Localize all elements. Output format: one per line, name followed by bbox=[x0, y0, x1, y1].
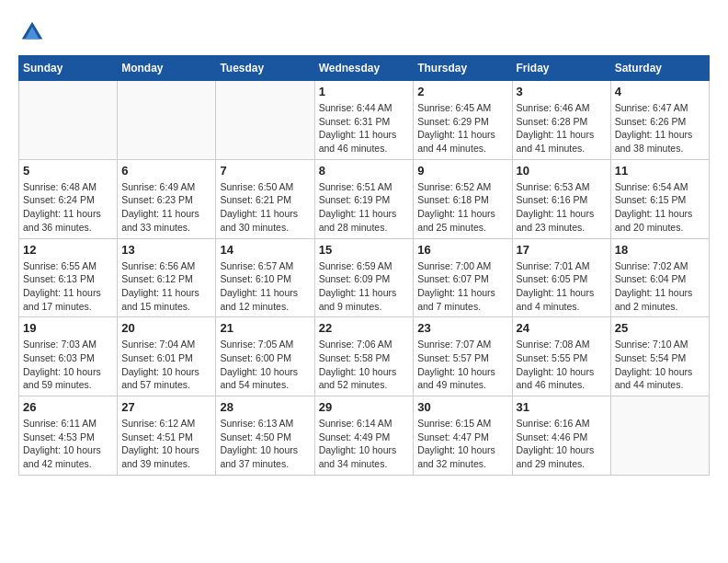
day-number: 13 bbox=[121, 243, 211, 257]
calendar-day-cell bbox=[118, 81, 216, 160]
day-number: 3 bbox=[517, 85, 607, 98]
calendar-day-cell: 1Sunrise: 6:44 AM Sunset: 6:31 PM Daylig… bbox=[314, 81, 414, 160]
day-number: 19 bbox=[23, 321, 113, 335]
calendar-day-cell: 15Sunrise: 6:59 AM Sunset: 6:09 PM Dayli… bbox=[314, 238, 414, 317]
day-info: Sunrise: 6:56 AM Sunset: 6:12 PM Dayligh… bbox=[121, 259, 211, 314]
day-number: 21 bbox=[220, 321, 310, 335]
day-info: Sunrise: 6:12 AM Sunset: 4:51 PM Dayligh… bbox=[121, 417, 211, 471]
day-of-week-header: Friday bbox=[512, 56, 610, 81]
day-number: 25 bbox=[615, 321, 705, 335]
calendar-day-cell: 26Sunrise: 6:11 AM Sunset: 4:53 PM Dayli… bbox=[19, 396, 118, 476]
day-number: 9 bbox=[417, 164, 507, 178]
day-info: Sunrise: 6:52 AM Sunset: 6:18 PM Dayligh… bbox=[417, 180, 507, 235]
day-info: Sunrise: 6:55 AM Sunset: 6:13 PM Dayligh… bbox=[23, 259, 113, 314]
day-number: 23 bbox=[417, 321, 507, 335]
calendar-header-row: SundayMondayTuesdayWednesdayThursdayFrid… bbox=[19, 56, 710, 81]
calendar-day-cell: 11Sunrise: 6:54 AM Sunset: 6:15 PM Dayli… bbox=[610, 159, 709, 238]
day-info: Sunrise: 6:49 AM Sunset: 6:23 PM Dayligh… bbox=[121, 180, 211, 235]
day-number: 15 bbox=[319, 243, 410, 257]
day-info: Sunrise: 7:04 AM Sunset: 6:01 PM Dayligh… bbox=[121, 338, 211, 392]
day-number: 4 bbox=[615, 85, 705, 98]
calendar-day-cell: 19Sunrise: 7:03 AM Sunset: 6:03 PM Dayli… bbox=[19, 317, 118, 396]
calendar-day-cell: 4Sunrise: 6:47 AM Sunset: 6:26 PM Daylig… bbox=[610, 81, 709, 160]
day-info: Sunrise: 6:15 AM Sunset: 4:47 PM Dayligh… bbox=[417, 417, 507, 471]
day-info: Sunrise: 6:44 AM Sunset: 6:31 PM Dayligh… bbox=[319, 101, 410, 155]
day-number: 26 bbox=[23, 400, 113, 414]
day-of-week-header: Saturday bbox=[610, 56, 709, 81]
day-info: Sunrise: 6:13 AM Sunset: 4:50 PM Dayligh… bbox=[220, 417, 310, 471]
day-info: Sunrise: 6:45 AM Sunset: 6:29 PM Dayligh… bbox=[417, 101, 507, 155]
day-info: Sunrise: 6:57 AM Sunset: 6:10 PM Dayligh… bbox=[220, 259, 310, 314]
calendar-day-cell: 22Sunrise: 7:06 AM Sunset: 5:58 PM Dayli… bbox=[314, 317, 414, 396]
calendar-day-cell: 18Sunrise: 7:02 AM Sunset: 6:04 PM Dayli… bbox=[610, 238, 709, 317]
day-number: 27 bbox=[121, 400, 211, 414]
day-number: 18 bbox=[615, 243, 705, 257]
day-number: 2 bbox=[417, 85, 507, 98]
day-number: 7 bbox=[220, 164, 310, 178]
day-of-week-header: Monday bbox=[118, 56, 216, 81]
calendar-day-cell: 14Sunrise: 6:57 AM Sunset: 6:10 PM Dayli… bbox=[216, 238, 314, 317]
calendar-day-cell: 10Sunrise: 6:53 AM Sunset: 6:16 PM Dayli… bbox=[512, 159, 610, 238]
day-number: 31 bbox=[517, 400, 607, 414]
calendar-day-cell: 17Sunrise: 7:01 AM Sunset: 6:05 PM Dayli… bbox=[512, 238, 610, 317]
calendar-day-cell: 20Sunrise: 7:04 AM Sunset: 6:01 PM Dayli… bbox=[118, 317, 216, 396]
day-info: Sunrise: 7:03 AM Sunset: 6:03 PM Dayligh… bbox=[23, 338, 113, 392]
calendar-day-cell: 31Sunrise: 6:16 AM Sunset: 4:46 PM Dayli… bbox=[512, 396, 610, 476]
calendar-day-cell: 23Sunrise: 7:07 AM Sunset: 5:57 PM Dayli… bbox=[414, 317, 512, 396]
day-info: Sunrise: 7:05 AM Sunset: 6:00 PM Dayligh… bbox=[220, 338, 310, 392]
calendar-table: SundayMondayTuesdayWednesdayThursdayFrid… bbox=[18, 55, 710, 476]
day-info: Sunrise: 6:51 AM Sunset: 6:19 PM Dayligh… bbox=[319, 180, 410, 235]
calendar-day-cell: 7Sunrise: 6:50 AM Sunset: 6:21 PM Daylig… bbox=[216, 159, 314, 238]
day-of-week-header: Thursday bbox=[414, 56, 512, 81]
calendar-day-cell: 29Sunrise: 6:14 AM Sunset: 4:49 PM Dayli… bbox=[314, 396, 414, 476]
day-number: 24 bbox=[517, 321, 607, 335]
calendar-day-cell: 30Sunrise: 6:15 AM Sunset: 4:47 PM Dayli… bbox=[414, 396, 512, 476]
day-number: 14 bbox=[220, 243, 310, 257]
day-number: 30 bbox=[417, 400, 507, 414]
day-info: Sunrise: 6:59 AM Sunset: 6:09 PM Dayligh… bbox=[319, 259, 410, 314]
day-info: Sunrise: 7:06 AM Sunset: 5:58 PM Dayligh… bbox=[319, 338, 410, 392]
day-number: 11 bbox=[615, 164, 705, 178]
day-number: 17 bbox=[517, 243, 607, 257]
calendar-day-cell: 9Sunrise: 6:52 AM Sunset: 6:18 PM Daylig… bbox=[414, 159, 512, 238]
day-info: Sunrise: 6:14 AM Sunset: 4:49 PM Dayligh… bbox=[319, 417, 410, 471]
day-of-week-header: Wednesday bbox=[314, 56, 414, 81]
day-number: 10 bbox=[517, 164, 607, 178]
calendar-day-cell: 28Sunrise: 6:13 AM Sunset: 4:50 PM Dayli… bbox=[216, 396, 314, 476]
day-info: Sunrise: 6:16 AM Sunset: 4:46 PM Dayligh… bbox=[517, 417, 607, 471]
day-info: Sunrise: 7:08 AM Sunset: 5:55 PM Dayligh… bbox=[517, 338, 607, 392]
calendar-day-cell: 2Sunrise: 6:45 AM Sunset: 6:29 PM Daylig… bbox=[414, 81, 512, 160]
calendar-week-row: 12Sunrise: 6:55 AM Sunset: 6:13 PM Dayli… bbox=[19, 238, 710, 317]
calendar-day-cell: 5Sunrise: 6:48 AM Sunset: 6:24 PM Daylig… bbox=[19, 159, 118, 238]
day-number: 5 bbox=[23, 164, 113, 178]
calendar-day-cell: 27Sunrise: 6:12 AM Sunset: 4:51 PM Dayli… bbox=[118, 396, 216, 476]
day-info: Sunrise: 7:00 AM Sunset: 6:07 PM Dayligh… bbox=[417, 259, 507, 314]
calendar-day-cell: 13Sunrise: 6:56 AM Sunset: 6:12 PM Dayli… bbox=[118, 238, 216, 317]
day-info: Sunrise: 6:11 AM Sunset: 4:53 PM Dayligh… bbox=[23, 417, 113, 471]
day-info: Sunrise: 7:07 AM Sunset: 5:57 PM Dayligh… bbox=[417, 338, 507, 392]
day-number: 20 bbox=[121, 321, 211, 335]
day-info: Sunrise: 7:01 AM Sunset: 6:05 PM Dayligh… bbox=[517, 259, 607, 314]
calendar-day-cell bbox=[19, 81, 118, 160]
calendar-day-cell bbox=[610, 396, 709, 476]
calendar-week-row: 5Sunrise: 6:48 AM Sunset: 6:24 PM Daylig… bbox=[19, 159, 710, 238]
day-number: 22 bbox=[319, 321, 410, 335]
day-of-week-header: Sunday bbox=[19, 56, 118, 81]
day-number: 12 bbox=[23, 243, 113, 257]
day-number: 8 bbox=[319, 164, 410, 178]
day-info: Sunrise: 6:54 AM Sunset: 6:15 PM Dayligh… bbox=[615, 180, 705, 235]
day-number: 29 bbox=[319, 400, 410, 414]
calendar-day-cell: 6Sunrise: 6:49 AM Sunset: 6:23 PM Daylig… bbox=[118, 159, 216, 238]
calendar-day-cell: 3Sunrise: 6:46 AM Sunset: 6:28 PM Daylig… bbox=[512, 81, 610, 160]
day-info: Sunrise: 7:02 AM Sunset: 6:04 PM Dayligh… bbox=[615, 259, 705, 314]
logo bbox=[18, 18, 50, 46]
calendar-day-cell: 16Sunrise: 7:00 AM Sunset: 6:07 PM Dayli… bbox=[414, 238, 512, 317]
calendar-day-cell bbox=[216, 81, 314, 160]
day-info: Sunrise: 6:50 AM Sunset: 6:21 PM Dayligh… bbox=[220, 180, 310, 235]
day-number: 16 bbox=[417, 243, 507, 257]
day-number: 6 bbox=[121, 164, 211, 178]
day-number: 28 bbox=[220, 400, 310, 414]
page-header bbox=[18, 18, 710, 46]
day-info: Sunrise: 6:46 AM Sunset: 6:28 PM Dayligh… bbox=[517, 101, 607, 155]
calendar-day-cell: 12Sunrise: 6:55 AM Sunset: 6:13 PM Dayli… bbox=[19, 238, 118, 317]
